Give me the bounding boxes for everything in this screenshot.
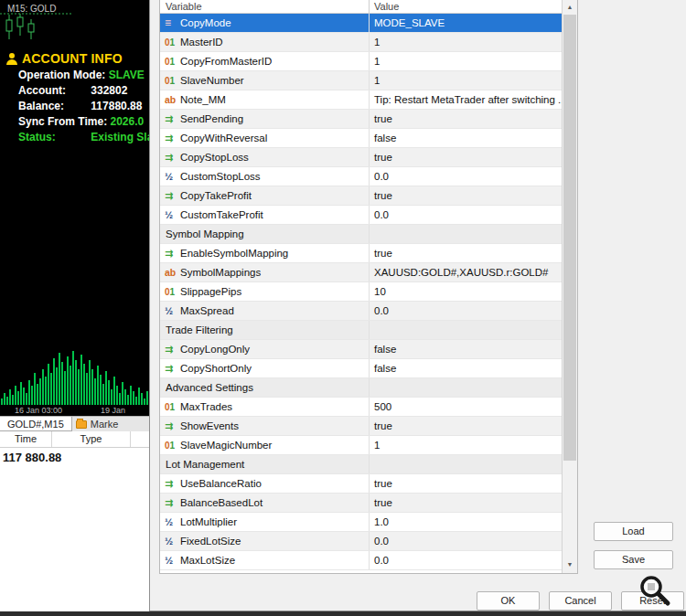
param-type-icon: ½ bbox=[165, 209, 180, 220]
param-value: 1 bbox=[370, 436, 562, 454]
param-name: CopyWithReversal bbox=[180, 133, 267, 143]
info-label: Status: bbox=[18, 132, 88, 143]
param-variable-cell: ⇉ BalanceBasedLot bbox=[160, 494, 370, 512]
parameters-table-body: Variable Value ≡ CopyMode MODE_SLAVE 01 … bbox=[160, 0, 562, 573]
param-row[interactable]: ⇉ EnableSymbolMapping true bbox=[160, 244, 562, 263]
chart-tab-gold[interactable]: GOLD#,M15 bbox=[0, 417, 72, 431]
terminal-background: M15: GOLD ACCOUNT INFO Operation Mode: S… bbox=[0, 0, 149, 616]
param-variable-cell: ⇉ SendPending bbox=[160, 110, 370, 128]
param-row[interactable]: ½ LotMultiplier 1.0 bbox=[160, 513, 562, 532]
ok-button[interactable]: OK bbox=[477, 591, 540, 611]
param-variable-cell: 01 SlippagePips bbox=[160, 282, 370, 301]
param-value: 0.0 bbox=[370, 167, 562, 186]
param-value: MODE_SLAVE bbox=[370, 14, 562, 32]
param-row[interactable]: ab Note_MM Tip: Restart MetaTrader after… bbox=[160, 90, 562, 110]
param-value: true bbox=[370, 148, 562, 166]
param-type-icon: ⇉ bbox=[165, 190, 180, 202]
param-row[interactable]: 01 SlaveNumber 1 bbox=[160, 71, 562, 90]
toolbox-balance: 117 880.88 bbox=[3, 451, 61, 464]
param-name: ShowEvents bbox=[180, 420, 239, 431]
param-name: BalanceBasedLot bbox=[180, 497, 263, 508]
param-name: CopyMode bbox=[180, 17, 231, 28]
chart-tab-bar: GOLD#,M15 Marke bbox=[0, 416, 149, 431]
param-row[interactable]: ½ FixedLotSize 0.0 bbox=[160, 532, 562, 551]
param-row[interactable]: ab SymbolMappings XAUUSD:GOLD#,XAUUSD.r:… bbox=[160, 263, 562, 282]
scrollbar-thumb[interactable] bbox=[563, 15, 576, 461]
param-variable-cell: ⇉ ShowEvents bbox=[160, 417, 370, 435]
param-name: Lot Management bbox=[166, 459, 244, 470]
chart-tab-label: Marke bbox=[91, 419, 119, 430]
account-info-row: Operation Mode: SLAVE bbox=[5, 69, 149, 81]
param-value: 1 bbox=[370, 71, 562, 90]
param-variable-cell: 01 SlaveNumber bbox=[160, 71, 370, 90]
param-row[interactable]: ≡ CopyMode MODE_SLAVE bbox=[160, 14, 562, 33]
table-scrollbar[interactable]: ▲ ▼ bbox=[562, 0, 577, 573]
parameters-table: Variable Value ≡ CopyMode MODE_SLAVE 01 … bbox=[159, 0, 578, 574]
param-value: false bbox=[370, 340, 562, 358]
param-row[interactable]: ⇉ CopyWithReversal false bbox=[160, 129, 562, 148]
column-header-variable: Variable bbox=[160, 0, 370, 13]
info-label: Sync From Time: bbox=[18, 116, 107, 128]
param-row[interactable]: ½ CustomTakeProfit 0.0 bbox=[160, 206, 562, 225]
toolbox-column-type[interactable]: Type bbox=[52, 431, 131, 447]
param-value: Tip: Restart MetaTrader after switching … bbox=[370, 90, 562, 109]
param-value: true bbox=[370, 417, 562, 435]
param-type-icon: ⇉ bbox=[165, 363, 180, 375]
param-value: 1 bbox=[370, 52, 562, 70]
param-variable-cell: Trade Filtering bbox=[160, 321, 370, 339]
param-variable-cell: ⇉ CopyTakeProfit bbox=[160, 186, 370, 205]
param-value: true bbox=[370, 494, 562, 512]
param-type-icon: ⇉ bbox=[165, 113, 180, 125]
param-name: SlaveNumber bbox=[180, 75, 244, 86]
load-button[interactable]: Load bbox=[594, 522, 673, 541]
param-row[interactable]: Advanced Settings bbox=[160, 378, 562, 398]
param-name: CopyStopLoss bbox=[180, 152, 249, 163]
param-type-icon: 01 bbox=[165, 57, 180, 67]
param-row[interactable]: ⇉ BalanceBasedLot true bbox=[160, 494, 562, 513]
param-row[interactable]: ⇉ UseBalanceRatio true bbox=[160, 474, 562, 494]
param-row[interactable]: ⇉ CopyShortOnly false bbox=[160, 359, 562, 378]
param-row[interactable]: 01 CopyFromMasterID 1 bbox=[160, 52, 562, 71]
chart-tab-market[interactable]: Marke bbox=[72, 417, 123, 431]
column-header-value: Value bbox=[370, 0, 562, 13]
chart-tab-label: GOLD#,M15 bbox=[7, 419, 64, 430]
param-row[interactable]: 01 MaxTrades 500 bbox=[160, 398, 562, 417]
param-type-icon: ab bbox=[165, 94, 180, 105]
param-row[interactable]: ½ MaxLotSize 0.0 bbox=[160, 551, 562, 570]
param-row[interactable]: ⇉ CopyTakeProfit true bbox=[160, 186, 562, 206]
param-row[interactable]: Trade Filtering bbox=[160, 321, 562, 340]
param-row[interactable]: ½ MaxSpread 0.0 bbox=[160, 302, 562, 321]
param-value: 0.0 bbox=[370, 551, 562, 569]
param-name: MasterID bbox=[180, 37, 223, 48]
toolbox-header: Time Type bbox=[0, 431, 149, 448]
param-row[interactable]: ⇉ CopyStopLoss true bbox=[160, 148, 562, 167]
param-name: Symbol Mapping bbox=[166, 228, 244, 239]
cancel-button[interactable]: Cancel bbox=[549, 591, 612, 611]
save-button[interactable]: Save bbox=[594, 550, 673, 569]
param-row[interactable]: 01 MasterID 1 bbox=[160, 33, 562, 52]
param-row[interactable]: Lot Management bbox=[160, 455, 562, 474]
toolbox-column-time[interactable]: Time bbox=[0, 431, 52, 447]
param-name: MaxSpread bbox=[180, 305, 234, 316]
x-axis-label: 19 Jan bbox=[101, 406, 125, 415]
param-row[interactable]: 01 SlippagePips 10 bbox=[160, 282, 562, 302]
param-row[interactable]: ½ CustomStopLoss 0.0 bbox=[160, 167, 562, 186]
param-value: 1.0 bbox=[370, 513, 562, 531]
param-row[interactable]: ⇉ SendPending true bbox=[160, 110, 562, 129]
param-row[interactable]: Symbol Mapping bbox=[160, 225, 562, 244]
param-value: true bbox=[370, 186, 562, 205]
param-variable-cell: Advanced Settings bbox=[160, 378, 370, 397]
param-variable-cell: Symbol Mapping bbox=[160, 225, 370, 243]
param-type-icon: 01 bbox=[165, 441, 180, 451]
param-row[interactable]: 01 SlaveMagicNumber 1 bbox=[160, 436, 562, 455]
param-variable-cell: ½ CustomStopLoss bbox=[160, 167, 370, 186]
scroll-up-button[interactable]: ▲ bbox=[563, 0, 577, 15]
param-name: Advanced Settings bbox=[166, 382, 253, 393]
param-row[interactable]: ⇉ CopyLongOnly false bbox=[160, 340, 562, 359]
param-row[interactable]: ⇉ ShowEvents true bbox=[160, 417, 562, 436]
param-type-icon: ½ bbox=[165, 516, 180, 527]
param-variable-cell: 01 CopyFromMasterID bbox=[160, 52, 370, 70]
param-value: 0.0 bbox=[370, 206, 562, 224]
param-value bbox=[370, 455, 562, 473]
scroll-down-button[interactable]: ▼ bbox=[563, 558, 577, 572]
